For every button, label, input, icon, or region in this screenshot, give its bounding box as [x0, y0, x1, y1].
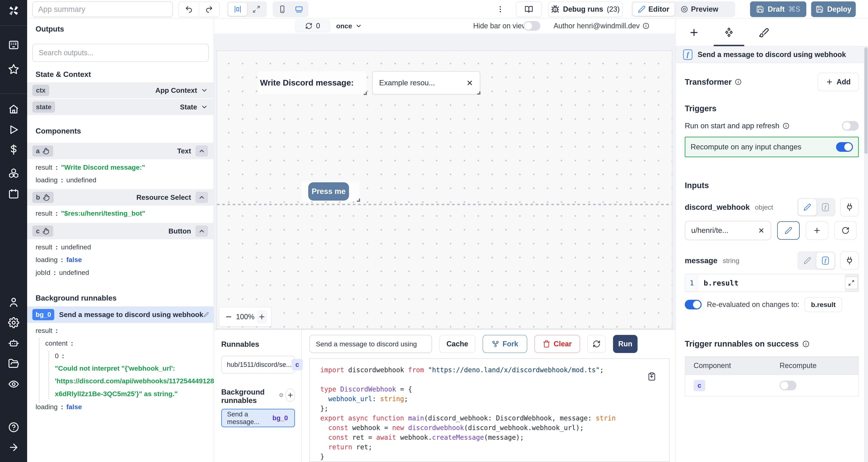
info-icon[interactable]: [279, 392, 283, 398]
text-component[interactable]: Write Discord message:: [258, 71, 366, 94]
docs-button[interactable]: [516, 1, 542, 17]
tab-css-brush-icon[interactable]: [759, 27, 769, 38]
resources-blocks-icon[interactable]: [8, 168, 19, 179]
add-bg-runnable-button[interactable]: [285, 389, 295, 402]
component-row-c[interactable]: c Button: [27, 223, 214, 239]
edit-resource-button[interactable]: [777, 221, 800, 240]
resize-handle[interactable]: [364, 92, 367, 95]
eval-input-button[interactable]: f: [816, 253, 834, 269]
fork-button[interactable]: Fork: [483, 335, 527, 353]
help-icon[interactable]: [8, 422, 19, 433]
windmill-logo-icon[interactable]: [7, 4, 20, 17]
static-input-button[interactable]: [798, 199, 816, 216]
runnable-item[interactable]: hub/1511/discord/se... c: [221, 356, 295, 373]
field-name: discord_webhook: [685, 203, 750, 211]
hide-bar-toggle[interactable]: [523, 21, 540, 31]
collapse-button[interactable]: [195, 226, 208, 237]
runnable-name: hub/1511/discord/se...: [227, 361, 291, 368]
run-mode-dropdown[interactable]: once: [336, 22, 362, 30]
redo-button[interactable]: [199, 2, 219, 16]
run-button[interactable]: Run: [613, 335, 638, 353]
component-row-a[interactable]: a Text: [27, 143, 214, 159]
resize-handle[interactable]: [357, 199, 360, 202]
undo-button[interactable]: [179, 2, 199, 16]
info-icon[interactable]: [643, 23, 649, 29]
refresh-icon: [592, 340, 600, 348]
info-icon[interactable]: [783, 123, 789, 129]
collapse-button[interactable]: [195, 192, 208, 203]
schedules-calendar-icon[interactable]: [8, 188, 19, 199]
press-me-button[interactable]: Press me: [308, 182, 349, 201]
search-outputs-input[interactable]: [32, 44, 209, 62]
add-transformer-button[interactable]: Add: [817, 73, 859, 91]
reload-button[interactable]: [587, 335, 606, 353]
expand-editor-button[interactable]: [845, 277, 858, 289]
runs-play-icon[interactable]: [8, 124, 19, 135]
canvas-grid[interactable]: Write Discord message: Example resou... …: [217, 51, 672, 329]
collapse-arrow-icon[interactable]: [8, 442, 19, 453]
clear-x-icon[interactable]: [758, 227, 765, 234]
bg-runnables-title: Background runnables: [221, 388, 277, 405]
copy-code-icon[interactable]: [647, 372, 656, 381]
zoom-out-button[interactable]: [223, 310, 234, 323]
eval-input-button[interactable]: f: [816, 199, 834, 216]
cache-button[interactable]: Cache: [439, 335, 475, 353]
deploy-button[interactable]: Deploy: [811, 1, 856, 17]
resource-select-component[interactable]: Example resou...: [372, 71, 480, 94]
reeval-target-chip[interactable]: b.result: [805, 297, 842, 312]
app-editor-icon[interactable]: [8, 39, 19, 51]
book-icon: [525, 5, 533, 13]
static-input-button[interactable]: [798, 253, 816, 269]
chevron-down-icon[interactable]: [201, 103, 208, 111]
home-icon[interactable]: [8, 104, 19, 115]
bg-runnable-row[interactable]: bg_0 Send a message to discord using web…: [27, 306, 214, 323]
fullwidth-layout-button[interactable]: [247, 3, 266, 16]
debug-runs-button[interactable]: Debug runs (23): [548, 1, 623, 17]
folders-icon[interactable]: [8, 358, 19, 369]
component-row-b[interactable]: b Resource Select: [27, 189, 214, 206]
clear-x-icon[interactable]: [466, 79, 473, 87]
info-icon[interactable]: [802, 340, 809, 348]
ctx-row[interactable]: ctx App Context: [27, 82, 214, 98]
connect-plug-button[interactable]: [840, 198, 859, 217]
connect-plug-button[interactable]: [840, 252, 859, 270]
bg-runnable-item-selected[interactable]: Send a message... bg_0: [221, 409, 295, 427]
add-resource-button[interactable]: [806, 221, 828, 240]
reeval-toggle[interactable]: [685, 300, 702, 309]
collapse-button[interactable]: [195, 145, 208, 157]
recompute-toggle[interactable]: [836, 142, 853, 152]
runnable-title-input[interactable]: [309, 335, 432, 353]
chevron-down-icon[interactable]: [201, 87, 208, 94]
tab-editor[interactable]: Editor: [633, 3, 675, 16]
run-on-start-toggle[interactable]: [842, 121, 859, 131]
variables-dollar-icon[interactable]: [8, 144, 19, 155]
tab-preview[interactable]: Preview: [675, 3, 723, 16]
workers-robot-icon[interactable]: [8, 337, 19, 349]
refresh-count-button[interactable]: 0: [296, 20, 330, 32]
settings-gear-icon[interactable]: [8, 317, 19, 328]
info-icon[interactable]: [735, 78, 742, 85]
scrollbar[interactable]: [864, 47, 868, 462]
resize-handle[interactable]: [477, 91, 480, 95]
tab-insert-plus-icon[interactable]: [689, 27, 699, 38]
app-summary-input[interactable]: [32, 1, 173, 17]
center-layout-button[interactable]: [228, 3, 247, 16]
desktop-view-button[interactable]: [290, 3, 307, 16]
draft-button[interactable]: Draft ⌘S: [750, 1, 806, 17]
message-expression-editor[interactable]: 1 b.result: [685, 274, 859, 292]
mobile-view-button[interactable]: [274, 3, 290, 16]
clear-button[interactable]: Clear: [534, 335, 580, 353]
state-row[interactable]: state State: [27, 99, 214, 115]
code-editor[interactable]: import discordwebhook from "https://deno…: [309, 358, 670, 462]
resource-picker[interactable]: u/henri/te...: [685, 221, 771, 240]
audit-eye-icon[interactable]: [8, 378, 19, 390]
users-icon[interactable]: [8, 297, 19, 308]
zoom-in-button[interactable]: [256, 310, 267, 323]
edit-pencil-icon[interactable]: [204, 312, 209, 317]
row-recompute-toggle[interactable]: [780, 381, 797, 390]
refresh-resource-button[interactable]: [834, 221, 857, 240]
more-menu-button[interactable]: [494, 1, 506, 17]
tab-settings-components-icon[interactable]: [724, 27, 734, 38]
scrollbar-thumb[interactable]: [864, 47, 868, 154]
favorites-star-icon[interactable]: [8, 64, 19, 75]
